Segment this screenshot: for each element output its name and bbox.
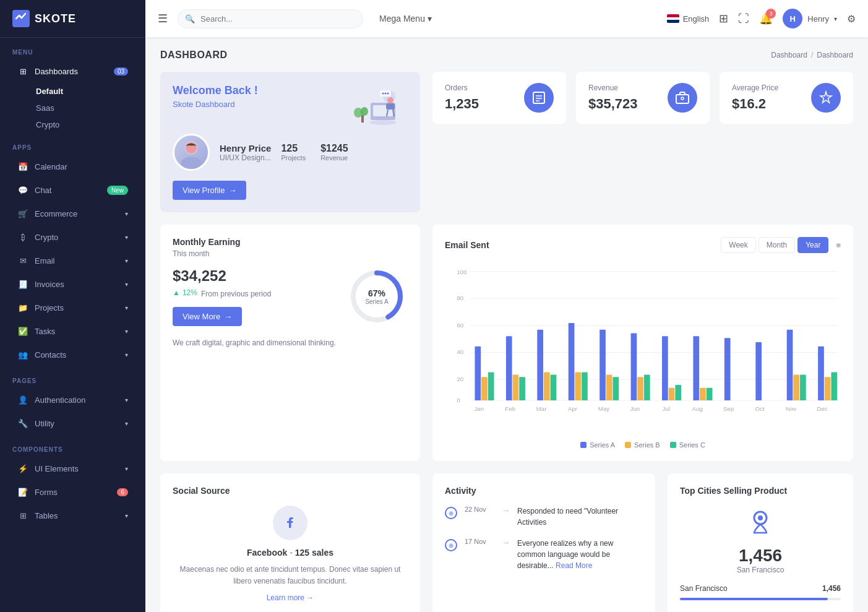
welcome-illustration <box>346 84 408 134</box>
sidebar-ecommerce-label: Ecommerce <box>35 209 77 218</box>
city-progress-sf <box>680 598 841 600</box>
sidebar-item-chat[interactable]: 💬 Chat New <box>5 179 140 201</box>
welcome-subtitle: Skote Dashboard <box>173 100 258 109</box>
sidebar-item-saas[interactable]: Saas <box>30 100 145 116</box>
tab-year[interactable]: Year <box>797 237 828 253</box>
svg-point-24 <box>681 97 684 100</box>
series-a-dot <box>580 442 587 448</box>
read-more-link[interactable]: Read More <box>556 561 592 570</box>
svg-rect-61 <box>700 388 706 400</box>
view-more-button[interactable]: View More → <box>173 307 242 326</box>
main-city-count: 1,456 <box>680 546 841 566</box>
sidebar-item-authentication[interactable]: 👤 Authentication ▾ <box>5 389 140 411</box>
breadcrumb-separator: / <box>811 51 813 59</box>
svg-text:Feb: Feb <box>505 405 515 412</box>
svg-text:Dec: Dec <box>817 405 827 412</box>
top-row: Welcome Back ! Skote Dashboard <box>160 72 853 212</box>
user-menu-button[interactable]: H Henry ▾ <box>783 9 837 28</box>
svg-rect-42 <box>506 336 512 400</box>
welcome-user-name: Henry Price <box>220 143 271 153</box>
svg-text:80: 80 <box>457 295 463 301</box>
user-avatar: H <box>783 9 802 28</box>
top-cities-title: Top Cities Selling Product <box>680 486 841 496</box>
sidebar-item-calendar[interactable]: 📅 Calendar <box>5 155 140 178</box>
svg-rect-9 <box>361 115 364 123</box>
monthly-earning-title: Monthly Earning <box>173 237 408 247</box>
stat-card-avg-price: Average Price $16.2 <box>720 72 853 124</box>
donut-label: 67% Series A <box>365 288 388 305</box>
social-source-title: Social Source <box>173 486 408 496</box>
notifications-button[interactable]: 🔔 3 <box>759 12 773 25</box>
sidebar-item-email[interactable]: ✉ Email ▾ <box>5 249 140 272</box>
menu-section-label: MENU <box>0 38 145 59</box>
sidebar-crypto-label: Crypto <box>35 233 58 242</box>
sidebar-item-ecommerce[interactable]: 🛒 Ecommerce ▾ <box>5 202 140 225</box>
dashboard-icon: ⊞ <box>17 66 28 77</box>
ui-elements-icon: ⚡ <box>17 463 28 474</box>
pin-icon <box>680 506 841 541</box>
donut-pct: 67% <box>365 288 388 298</box>
svg-text:May: May <box>598 405 609 412</box>
monthly-change-label: From previous period <box>201 290 271 298</box>
language-label: English <box>683 14 710 24</box>
welcome-card: Welcome Back ! Skote Dashboard <box>160 72 420 212</box>
sidebar-item-forms[interactable]: 📝 Forms 6 <box>5 481 140 503</box>
chart-title: Email Sent <box>445 240 489 250</box>
sidebar-item-tasks[interactable]: ✅ Tasks ▾ <box>5 320 140 342</box>
breadcrumb-parent: Dashboard <box>771 51 807 59</box>
act-text-2: Everyone realizes why a new common langu… <box>517 538 643 571</box>
activity-item-2: ⊕ 17 Nov → Everyone realizes why a new c… <box>445 538 643 571</box>
learn-more-link[interactable]: Learn more → <box>173 593 408 602</box>
settings-button[interactable]: ⚙ <box>847 13 856 25</box>
svg-text:0: 0 <box>457 397 460 403</box>
mega-menu-button[interactable]: Mega Menu ▾ <box>373 10 438 27</box>
chart-menu-icon[interactable]: ≡ <box>836 241 841 250</box>
sidebar-item-dashboards[interactable]: ⊞ Dashboards 03 <box>5 60 140 82</box>
activity-date-2: 17 Nov <box>465 538 494 545</box>
grid-icon: ⊞ <box>719 12 728 25</box>
svg-rect-60 <box>693 336 699 400</box>
projects-arrow-icon: ▾ <box>125 304 128 311</box>
utility-arrow-icon: ▾ <box>125 420 128 427</box>
hamburger-button[interactable]: ☰ <box>158 12 168 25</box>
svg-point-14 <box>385 93 387 95</box>
search-icon: 🔍 <box>185 14 195 24</box>
sidebar-item-contacts[interactable]: 👥 Contacts ▾ <box>5 343 140 366</box>
sidebar-item-projects[interactable]: 📁 Projects ▾ <box>5 296 140 319</box>
welcome-avatar <box>173 134 210 171</box>
monthly-change-row: ▲ 12% From previous period <box>173 288 271 300</box>
main-city-name: San Francisco <box>680 566 841 574</box>
donut-series: Series A <box>365 298 388 305</box>
sidebar-item-tables[interactable]: ⊞ Tables ▾ <box>5 504 140 527</box>
fullscreen-button[interactable]: ⛶ <box>738 12 749 25</box>
monthly-earning-card: Monthly Earning This month $34,252 ▲ 12%… <box>160 225 420 461</box>
svg-rect-44 <box>519 377 525 400</box>
tab-month[interactable]: Month <box>758 237 795 253</box>
avg-price-value: $16.2 <box>732 96 778 112</box>
svg-rect-53 <box>613 377 619 400</box>
search-container: 🔍 <box>178 9 363 28</box>
sidebar-item-utility[interactable]: 🔧 Utility ▾ <box>5 412 140 434</box>
sidebar-item-ui-elements[interactable]: ⚡ UI Elements ▾ <box>5 457 140 480</box>
svg-text:Sep: Sep <box>723 405 734 412</box>
sidebar-contacts-label: Contacts <box>35 350 66 360</box>
city-val-sf: 1,456 <box>822 584 841 593</box>
view-profile-button[interactable]: View Profile → <box>173 181 246 200</box>
svg-rect-69 <box>825 377 831 400</box>
svg-rect-55 <box>637 377 643 400</box>
sidebar-item-invoices[interactable]: 🧾 Invoices ▾ <box>5 273 140 295</box>
tab-week[interactable]: Week <box>721 237 755 253</box>
search-input[interactable] <box>178 9 363 28</box>
svg-text:40: 40 <box>457 348 463 355</box>
svg-rect-52 <box>606 374 612 400</box>
sidebar-item-crypto[interactable]: ₿ Crypto ▾ <box>5 226 140 248</box>
welcome-avatar-image <box>174 136 208 169</box>
series-b-dot <box>625 442 631 448</box>
sidebar-item-default[interactable]: Default <box>30 83 145 100</box>
page-title: DASHBOARD <box>160 50 228 61</box>
sidebar-projects-label: Projects <box>35 303 64 312</box>
sidebar-item-crypto[interactable]: Crypto <box>30 116 145 133</box>
monthly-amount: $34,252 <box>173 267 271 285</box>
grid-view-button[interactable]: ⊞ <box>719 12 728 25</box>
language-selector[interactable]: English <box>667 14 710 24</box>
